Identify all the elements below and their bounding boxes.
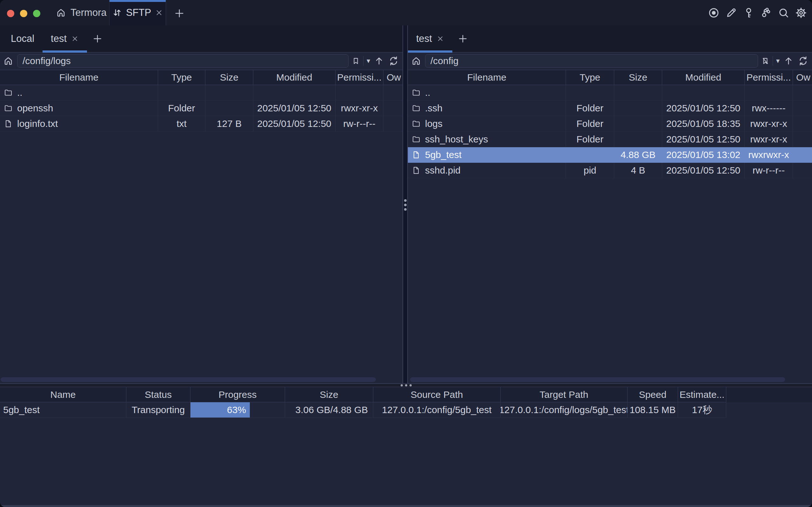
column-header-filename[interactable]: Filename	[0, 70, 158, 85]
table-row[interactable]: ..	[0, 85, 402, 101]
pane-splitter[interactable]	[402, 25, 408, 383]
new-tab-button[interactable]	[172, 6, 186, 20]
right-bookmark-dropdown-icon[interactable]: ▾	[776, 57, 779, 64]
column-header-owner[interactable]: Ow	[793, 70, 812, 85]
left-home-icon[interactable]	[3, 55, 14, 67]
bottom-scrollbar[interactable]	[0, 505, 812, 507]
file-name: sshd.pid	[425, 165, 461, 176]
file-modified: 2025/01/05 12:50	[253, 101, 335, 116]
key-icon[interactable]	[743, 7, 755, 19]
file-owner	[383, 116, 402, 131]
left-add-tab-button[interactable]	[87, 25, 108, 52]
transfer-column-target[interactable]: Target Path	[501, 387, 628, 402]
right-path-input[interactable]: /config	[425, 54, 758, 68]
transfer-column-status[interactable]: Status	[126, 387, 191, 402]
transfer-speed: 108.15 MB	[628, 402, 678, 418]
right-horizontal-scrollbar[interactable]	[410, 377, 785, 382]
column-header-modified[interactable]: Modified	[662, 70, 745, 85]
transfer-column-speed[interactable]: Speed	[628, 387, 678, 402]
file-permissions: rwxrwxr-x	[745, 147, 793, 162]
table-row[interactable]: .ssh Folder 2025/01/05 12:50 rwx------	[408, 101, 812, 116]
table-row[interactable]: ssh_host_keys Folder 2025/01/05 12:50 rw…	[408, 132, 812, 147]
file-size	[205, 101, 253, 116]
search-icon[interactable]	[778, 7, 790, 19]
file-icon	[4, 119, 13, 128]
left-up-directory-icon[interactable]	[373, 55, 385, 67]
column-header-filename[interactable]: Filename	[408, 70, 566, 85]
column-header-type[interactable]: Type	[566, 70, 614, 85]
file-permissions: rw-r--r--	[335, 116, 383, 131]
left-pane: Local test /config/logs	[0, 25, 402, 383]
transfer-column-source[interactable]: Source Path	[373, 387, 501, 402]
file-type: pid	[566, 163, 614, 178]
file-permissions: rwxr-xr-x	[745, 116, 793, 131]
record-icon[interactable]	[708, 7, 720, 19]
right-bookmark-slash-icon[interactable]	[761, 55, 769, 67]
file-size	[614, 85, 662, 100]
tab-sftp[interactable]: SFTP	[109, 0, 166, 25]
right-up-directory-icon[interactable]	[783, 55, 794, 67]
file-permissions: rw-r--r--	[745, 163, 793, 178]
table-row[interactable]: logs Folder 2025/01/05 18:35 rwxr-xr-x	[408, 116, 812, 132]
column-header-size[interactable]: Size	[205, 70, 253, 85]
home-tab[interactable]: Termora	[56, 0, 107, 25]
left-tab-close-icon[interactable]	[71, 35, 79, 43]
transfer-row[interactable]: 5gb_test Transporting 63% 3.06 GB/4.88 G…	[0, 402, 812, 418]
minimize-window-button[interactable]	[20, 10, 27, 17]
close-window-button[interactable]	[7, 10, 14, 17]
column-header-type[interactable]: Type	[158, 70, 205, 85]
left-bookmark-dropdown-icon[interactable]: ▾	[367, 57, 370, 64]
right-tab-close-icon[interactable]	[436, 35, 444, 43]
table-row[interactable]: ..	[408, 85, 812, 101]
file-type	[566, 85, 614, 100]
tab-sftp-close-icon[interactable]	[155, 9, 163, 17]
left-path-input[interactable]: /config/logs	[17, 54, 348, 68]
file-name: ..	[425, 87, 430, 98]
column-header-permissions[interactable]: Permissi...	[335, 70, 383, 85]
file-name: .ssh	[425, 103, 442, 114]
keychain-icon[interactable]	[760, 7, 772, 19]
left-bookmark-icon[interactable]	[352, 55, 360, 67]
left-refresh-icon[interactable]	[388, 55, 399, 67]
traffic-lights	[7, 10, 40, 17]
transfer-table: Name Status Progress Size Source Path Ta…	[0, 387, 812, 418]
left-tab-test[interactable]: test	[43, 25, 87, 52]
transfer-column-name[interactable]: Name	[0, 387, 126, 402]
settings-gear-icon[interactable]	[795, 7, 807, 19]
table-row[interactable]: loginfo.txt txt 127 B 2025/01/05 12:50 r…	[0, 116, 402, 132]
right-refresh-icon[interactable]	[797, 55, 809, 67]
edit-icon[interactable]	[725, 7, 737, 19]
home-icon	[56, 8, 66, 18]
transfer-splitter[interactable]	[0, 383, 812, 387]
zoom-window-button[interactable]	[33, 10, 40, 17]
file-size: 127 B	[205, 116, 253, 131]
file-modified: 2025/01/05 12:50	[253, 116, 335, 131]
file-modified	[662, 85, 745, 100]
left-table-header: Filename Type Size Modified Permissi... …	[0, 70, 402, 85]
transfer-column-estimate[interactable]: Estimate...	[678, 387, 726, 402]
toolbar-divider	[773, 56, 773, 66]
column-header-permissions[interactable]: Permissi...	[745, 70, 793, 85]
table-row-selected[interactable]: 5gb_test 4.88 GB 2025/01/05 13:02 rwxrwx…	[408, 147, 812, 163]
file-name: ssh_host_keys	[425, 134, 488, 145]
right-table-header: Filename Type Size Modified Permissi... …	[408, 70, 812, 85]
right-add-tab-button[interactable]	[452, 25, 473, 52]
file-modified	[253, 85, 335, 100]
file-type: Folder	[566, 116, 614, 131]
transfer-size: 3.06 GB/4.88 GB	[285, 402, 373, 418]
column-header-owner[interactable]: Ow	[383, 70, 402, 85]
table-row[interactable]: sshd.pid pid 4 B 2025/01/05 12:50 rw-r--…	[408, 163, 812, 178]
left-horizontal-scrollbar[interactable]	[1, 377, 376, 382]
transfer-column-size[interactable]: Size	[285, 387, 373, 402]
column-header-modified[interactable]: Modified	[253, 70, 335, 85]
column-header-size[interactable]: Size	[614, 70, 662, 85]
right-tab-test[interactable]: test	[408, 25, 452, 52]
file-size: 4 B	[614, 163, 662, 178]
table-row[interactable]: openssh Folder 2025/01/05 12:50 rwxr-xr-…	[0, 101, 402, 116]
right-home-icon[interactable]	[411, 55, 422, 67]
toolbar-divider	[363, 56, 364, 66]
file-name: ..	[17, 87, 22, 98]
file-permissions	[745, 85, 793, 100]
left-tab-local[interactable]: Local	[3, 25, 43, 52]
transfer-column-progress[interactable]: Progress	[191, 387, 285, 402]
